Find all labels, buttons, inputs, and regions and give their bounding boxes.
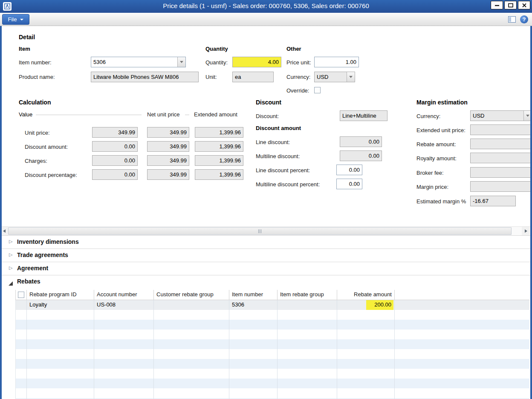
discount-percentage-extended-field[interactable]: 1,399.96: [195, 169, 243, 180]
discount-label: Discount:: [256, 113, 279, 120]
multiline-discount-percent-field[interactable]: 0.00: [336, 179, 362, 189]
currency-field[interactable]: USD: [314, 72, 355, 82]
unit-price-net-field[interactable]: 349.99: [147, 127, 189, 138]
discount-field[interactable]: Line+Multiline: [340, 110, 387, 121]
grid-cell: [154, 349, 229, 359]
charges-net-field[interactable]: 349.99: [147, 155, 189, 166]
expand-arrow-icon: ▷: [9, 265, 12, 271]
unit-price-extended-field[interactable]: 1,399.96: [195, 127, 243, 138]
rebate-amount-field[interactable]: [470, 139, 532, 149]
help-icon-glyph: ?: [523, 16, 526, 23]
grid-cell: [16, 388, 27, 398]
unit-price-extended: 1,399.96: [219, 129, 241, 136]
grid-cell: [229, 359, 278, 369]
quantity-field[interactable]: 4.00: [232, 57, 281, 67]
col-header-rebate-amount[interactable]: Rebate amount: [337, 290, 395, 300]
col-header-customer-rebate-group[interactable]: Customer rebate group: [154, 290, 229, 300]
discount-percentage-net-field[interactable]: 349.99: [147, 169, 189, 180]
calculation-heading: Calculation: [19, 99, 51, 106]
discount-percentage-value: 0.00: [124, 171, 135, 178]
unit-price-value-field[interactable]: 349.99: [92, 127, 138, 138]
value-column-rule: [36, 115, 142, 115]
estimated-margin-field[interactable]: -16.67: [470, 196, 516, 206]
maximize-button[interactable]: [504, 1, 517, 9]
help-button[interactable]: ?: [520, 15, 528, 23]
unit-field[interactable]: ea: [232, 72, 274, 82]
grid-cell: [16, 349, 27, 359]
item-number-label: Item number:: [19, 59, 52, 66]
menubar: File ?: [0, 13, 532, 26]
scroll-right-button[interactable]: [522, 227, 530, 235]
margin-price-label: Margin price:: [416, 184, 448, 191]
grid-cell: [94, 359, 154, 369]
discount-amount-net-field[interactable]: 349.99: [147, 141, 189, 152]
file-menu-label: File: [8, 16, 17, 23]
grid-cell: [27, 330, 94, 339]
margin-price-field[interactable]: [470, 181, 532, 192]
multiline-discount-field[interactable]: 0.00: [340, 150, 382, 161]
extended-amount-column-header: Extended amount: [194, 111, 237, 118]
grid-cell: [27, 349, 94, 359]
rebate-row[interactable]: Loyalty US-008 5306 200.00: [15, 300, 529, 310]
select-all-cell[interactable]: [16, 290, 27, 300]
col-header-item-number[interactable]: Item number: [229, 290, 278, 300]
royalty-amount-label: Royalty amount:: [416, 155, 457, 162]
extended-unit-price-field[interactable]: [470, 124, 532, 135]
detail-heading: Detail: [19, 34, 35, 40]
discount-amount-value: 0.00: [124, 143, 135, 150]
cell-rebate-amount: 200.00: [337, 300, 395, 310]
line-discount-field[interactable]: 0.00: [340, 136, 382, 147]
col-header-account-number[interactable]: Account number: [94, 290, 154, 300]
line-discount-percent-field[interactable]: 0.00: [336, 165, 362, 175]
grid-cell: [229, 339, 278, 349]
rebate-amount-label: Rebate amount:: [416, 141, 456, 148]
currency-dropdown-icon[interactable]: [347, 72, 355, 82]
app-icon[interactable]: [3, 2, 12, 11]
file-menu-button[interactable]: File: [2, 14, 29, 25]
rebate-grid-empty-row: [15, 379, 529, 388]
discount-percentage-label: Discount percentage:: [25, 172, 77, 179]
section-inventory-dimensions[interactable]: ▷ Inventory dimensions: [0, 236, 532, 249]
minimize-button[interactable]: [491, 1, 503, 9]
grid-cell: [27, 379, 94, 388]
row-select-cell[interactable]: [16, 300, 27, 310]
grid-cell: [27, 339, 94, 349]
grid-cell: [337, 339, 395, 349]
item-number-field[interactable]: 5306: [91, 57, 186, 67]
section-rebates[interactable]: Rebates: [0, 275, 532, 289]
price-unit-field[interactable]: 1.00: [314, 57, 359, 67]
horizontal-scrollbar[interactable]: [0, 226, 532, 236]
discount-percentage-value-field[interactable]: 0.00: [92, 169, 138, 180]
rebates-grid-header: Rebate program ID Account number Custome…: [15, 290, 529, 300]
broker-fee-field[interactable]: [470, 167, 532, 178]
maximize-icon: [508, 3, 513, 8]
product-name-field[interactable]: Litware Mobile Phones SAW M806: [91, 72, 199, 82]
layout-pane-icon[interactable]: [508, 16, 516, 23]
royalty-amount-field[interactable]: [470, 153, 532, 163]
expand-arrow-icon: ▷: [9, 252, 12, 257]
rebate-grid-empty-row: [15, 320, 529, 330]
discount-amount-extended-field[interactable]: 1,399.96: [195, 141, 243, 152]
col-header-item-rebate-group[interactable]: Item rebate group: [278, 290, 337, 300]
override-checkbox[interactable]: [314, 87, 321, 93]
charges-value-field[interactable]: 0.00: [92, 155, 138, 166]
item-number-dropdown-icon[interactable]: [177, 57, 185, 67]
select-all-checkbox[interactable]: [18, 292, 24, 298]
grid-cell: [16, 359, 27, 369]
grid-cell: [278, 369, 337, 379]
grid-cell: [229, 379, 278, 388]
col-header-rebate-program-id[interactable]: Rebate program ID: [27, 290, 94, 300]
charges-net: 349.99: [170, 157, 187, 164]
margin-currency-field[interactable]: USD: [470, 110, 532, 121]
multiline-discount-label: Multiline discount:: [256, 153, 300, 160]
section-trade-agreements[interactable]: ▷ Trade agreements: [0, 249, 532, 262]
section-agreement[interactable]: ▷ Agreement: [0, 262, 532, 275]
unit-value: ea: [235, 74, 241, 80]
discount-amount-value-field[interactable]: 0.00: [92, 141, 138, 152]
discount-amount-extended: 1,399.96: [219, 143, 241, 150]
titlebar: Price details (1 - usmf) - Sales order: …: [0, 0, 532, 13]
net-unit-price-column-header: Net unit price: [147, 111, 180, 118]
charges-extended-field[interactable]: 1,399.96: [195, 155, 243, 166]
close-button[interactable]: [518, 1, 530, 9]
scrollbar-thumb[interactable]: [8, 227, 512, 235]
